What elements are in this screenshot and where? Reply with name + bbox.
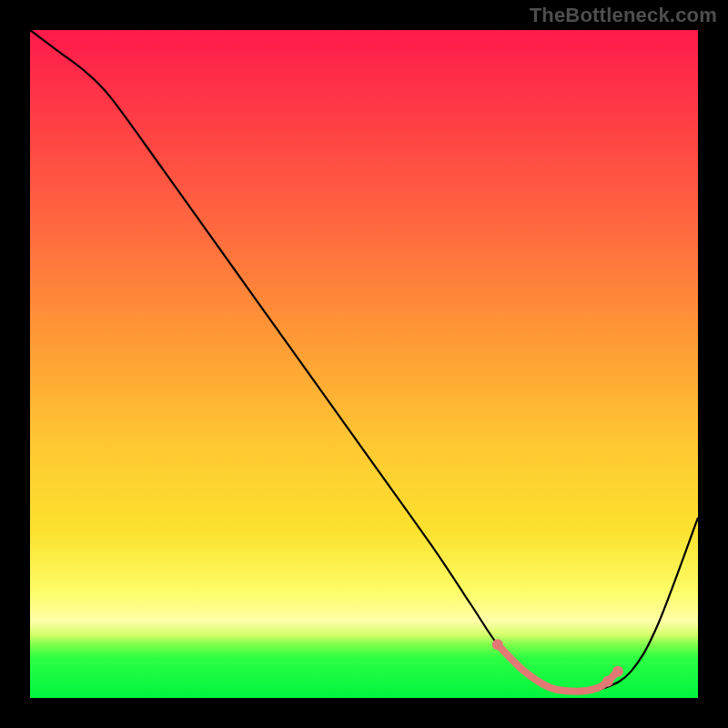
plot-area xyxy=(30,30,698,698)
watermark-text: TheBottleneck.com xyxy=(530,4,717,27)
highlight-dot xyxy=(602,676,613,687)
highlight-dot xyxy=(492,639,503,650)
curve-highlight xyxy=(498,644,618,691)
curve-line xyxy=(30,30,698,692)
bottleneck-curve xyxy=(30,30,698,698)
chart-frame: TheBottleneck.com xyxy=(0,0,728,728)
highlight-dot xyxy=(612,666,623,677)
